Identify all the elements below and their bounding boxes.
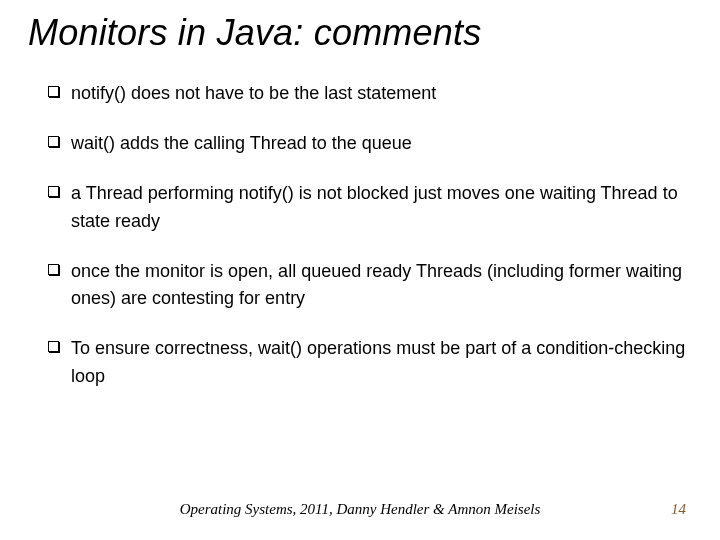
page-number: 14	[671, 501, 686, 518]
list-item: a Thread performing notify() is not bloc…	[48, 180, 686, 236]
bullet-box-icon	[48, 264, 59, 275]
bullet-box-icon	[48, 341, 59, 352]
bullet-list: notify() does not have to be the last st…	[48, 80, 686, 413]
slide: Monitors in Java: comments notify() does…	[0, 0, 720, 540]
list-item-text: wait() adds the calling Thread to the qu…	[71, 130, 686, 158]
bullet-box-icon	[48, 186, 59, 197]
list-item-text: notify() does not have to be the last st…	[71, 80, 686, 108]
list-item-text: once the monitor is open, all queued rea…	[71, 258, 686, 314]
slide-title: Monitors in Java: comments	[28, 12, 481, 54]
list-item-text: a Thread performing notify() is not bloc…	[71, 180, 686, 236]
bullet-box-icon	[48, 136, 59, 147]
list-item: To ensure correctness, wait() operations…	[48, 335, 686, 391]
list-item-text: To ensure correctness, wait() operations…	[71, 335, 686, 391]
list-item: once the monitor is open, all queued rea…	[48, 258, 686, 314]
list-item: wait() adds the calling Thread to the qu…	[48, 130, 686, 158]
footer-text: Operating Systems, 2011, Danny Hendler &…	[0, 501, 720, 518]
list-item: notify() does not have to be the last st…	[48, 80, 686, 108]
bullet-box-icon	[48, 86, 59, 97]
